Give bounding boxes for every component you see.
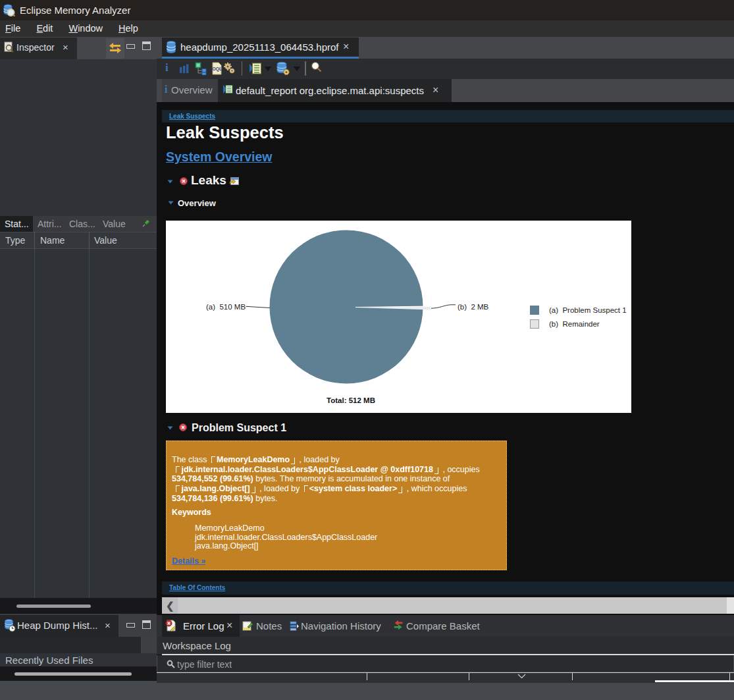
svg-text:Total: 512 MB: Total: 512 MB bbox=[327, 396, 375, 404]
svg-text:(a) 510 MB: (a) 510 MB bbox=[206, 303, 246, 311]
svg-text:(a) Problem Suspect 1: (a) Problem Suspect 1 bbox=[549, 306, 627, 314]
svg-text:(b) 2 MB: (b) 2 MB bbox=[458, 303, 489, 311]
svg-text:(b) Remainder: (b) Remainder bbox=[549, 320, 600, 328]
svg-text:OQL: OQL bbox=[213, 67, 223, 72]
